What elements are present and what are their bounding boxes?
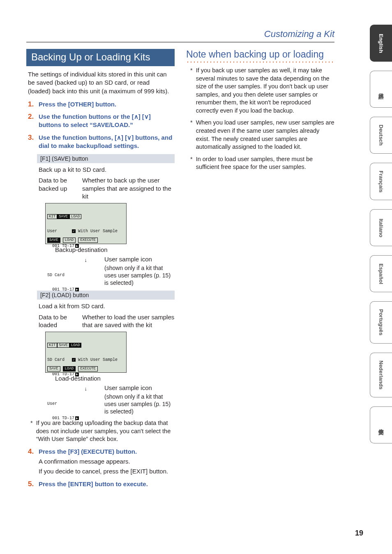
user-sample-icon: ▶ bbox=[75, 288, 79, 291]
step-4-body2: If you decide to cancel, press the [EXIT… bbox=[39, 467, 175, 476]
checkbox-icon: ✓ bbox=[72, 229, 76, 233]
lang-tab-francais[interactable]: Français bbox=[370, 163, 392, 200]
lcd-fbtn-load: LOAD bbox=[63, 238, 76, 242]
lang-tab-deutsch[interactable]: Deutsch bbox=[370, 117, 392, 154]
step-2-text: Use the function buttons or the [∧] [∨] … bbox=[39, 113, 175, 129]
note-1: If you back up user samples as well, it … bbox=[196, 67, 334, 115]
lang-tab-chinese[interactable]: 简体中文 bbox=[370, 406, 392, 443]
lcd-row1: 001 TD-17 bbox=[47, 372, 74, 376]
step-4-head: Press the [F3] (EXECUTE) button. bbox=[39, 448, 175, 456]
f2-anno-right: Whether to load the user samples that ar… bbox=[82, 313, 175, 329]
lang-tab-italiano[interactable]: Italiano bbox=[370, 209, 392, 246]
dotted-rule bbox=[186, 61, 334, 63]
step-5: Press the [ENTER] button to execute. bbox=[28, 480, 175, 488]
arrow-down-icon: ↓ bbox=[47, 387, 125, 392]
lcd-row1: 001 TD-17 bbox=[47, 244, 74, 248]
right-column: Note when backing up or loading * If you… bbox=[186, 49, 334, 492]
lang-tab-japanese[interactable]: 日本語 bbox=[370, 71, 392, 108]
lcd-tab-save: SAVE bbox=[57, 343, 69, 348]
lcd-load-screenshot: KIT SAVE LOAD SD Card ✓ With User Sample… bbox=[45, 332, 127, 373]
f1-anno-left: Data to be backed up bbox=[39, 176, 76, 201]
note-2: When you load user samples, new user sam… bbox=[196, 119, 334, 151]
f1-desc: Back up a kit to SD card. bbox=[39, 166, 175, 174]
step-4: Press the [F3] (EXECUTE) button. A confi… bbox=[28, 448, 175, 476]
lcd-row2: 001 TD-17 bbox=[47, 287, 74, 292]
step-4-body1: A confirmation message appears. bbox=[39, 457, 175, 466]
step-1-text: Press the [OTHER] button. bbox=[39, 100, 175, 108]
asterisk-icon: * bbox=[30, 419, 33, 443]
language-tabs: English 日本語 Deutsch Français Italiano Es… bbox=[370, 25, 392, 443]
lang-tab-espanol[interactable]: Español bbox=[370, 255, 392, 292]
page-header: Customizing a Kit bbox=[26, 29, 334, 42]
step-3: Use the function buttons, [∧] [∨] button… bbox=[28, 134, 175, 443]
step-3-text: Use the function buttons, [∧] [∨] button… bbox=[39, 134, 175, 150]
lcd-row2: 001 TD-17 bbox=[47, 416, 74, 420]
user-sample-icon: ▶ bbox=[75, 416, 79, 420]
lcd-save-screenshot: KIT SAVE LOAD User ✓ With User Sample 00… bbox=[45, 203, 127, 244]
page-number: 19 bbox=[355, 529, 363, 538]
lcd-label-sdcard: SD Card bbox=[47, 273, 125, 278]
lcd-with-sample: With User Sample bbox=[78, 229, 118, 233]
lcd-fbtn-load: LOAD bbox=[63, 366, 76, 371]
f2-anno-left: Data to be loaded bbox=[39, 313, 76, 329]
lang-tab-portugues[interactable]: Português bbox=[370, 301, 392, 343]
step-5-text: Press the [ENTER] button to execute. bbox=[39, 480, 175, 488]
arrow-down-icon: ↓ bbox=[47, 258, 125, 263]
step-2: Use the function buttons or the [∧] [∨] … bbox=[28, 113, 175, 129]
lcd-tab-kit: KIT bbox=[47, 214, 57, 219]
lang-tab-english[interactable]: English bbox=[370, 25, 392, 62]
lcd-fbtn-execute: EXECUTE bbox=[78, 238, 98, 242]
asterisk-icon: * bbox=[190, 155, 193, 171]
note-section-title: Note when backing up or loading bbox=[186, 49, 334, 60]
lang-tab-nederlands[interactable]: Nederlands bbox=[370, 353, 392, 397]
lcd-tab-load: LOAD bbox=[69, 343, 82, 348]
lcd-label-user: User bbox=[47, 229, 57, 233]
user-sample-icon: ▶ bbox=[75, 372, 79, 376]
asterisk-icon: * bbox=[190, 119, 193, 151]
section-title-backing-up: Backing Up or Loading Kits bbox=[26, 49, 175, 66]
asterisk-icon: * bbox=[190, 67, 193, 115]
note-3: In order to load user samples, there mus… bbox=[196, 155, 334, 171]
checkbox-icon: ✓ bbox=[72, 358, 76, 362]
lcd-tab-kit: KIT bbox=[47, 343, 57, 348]
lcd-tab-load: LOAD bbox=[69, 214, 82, 219]
step-1: Press the [OTHER] button. bbox=[28, 100, 175, 108]
lcd-fbtn-save: SAVE bbox=[47, 366, 60, 371]
f1-anno-right: Whether to back up the user samples that… bbox=[82, 176, 175, 201]
f1-save-header: [F1] (SAVE) button bbox=[37, 154, 175, 163]
lcd-with-sample: With User Sample bbox=[78, 358, 118, 362]
user-sample-icon: ▶ bbox=[75, 244, 79, 248]
lcd-fbtn-save: SAVE bbox=[47, 238, 60, 242]
left-column: Backing Up or Loading Kits The settings … bbox=[26, 49, 175, 492]
lcd-label-sdcard: SD Card bbox=[47, 358, 65, 362]
lcd-label-user: User bbox=[47, 402, 125, 406]
lcd-tab-save: SAVE bbox=[57, 214, 69, 219]
lcd-fbtn-execute: EXECUTE bbox=[78, 366, 98, 371]
intro-paragraph: The settings of individual kits stored i… bbox=[26, 70, 175, 100]
